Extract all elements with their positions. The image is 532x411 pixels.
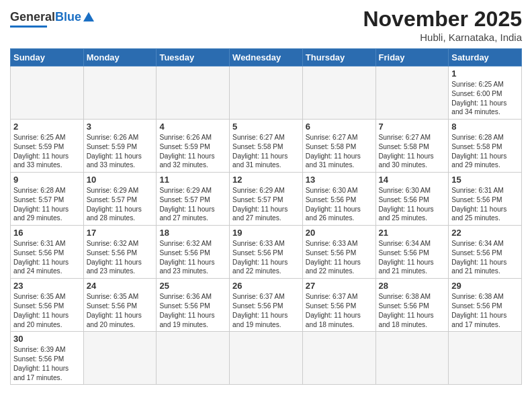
table-row: [11, 66, 84, 120]
day-number: 29: [451, 281, 519, 291]
day-number: 3: [87, 122, 154, 132]
day-number: 15: [451, 175, 519, 185]
day-number: 13: [306, 175, 373, 185]
day-number: 10: [87, 175, 154, 185]
day-info: Sunrise: 6:34 AMSunset: 5:56 PMDaylight:…: [451, 239, 519, 276]
day-number: 7: [379, 122, 446, 132]
table-row: 24Sunrise: 6:35 AMSunset: 5:56 PMDayligh…: [83, 279, 157, 332]
day-info: Sunrise: 6:33 AMSunset: 5:56 PMDaylight:…: [232, 239, 300, 276]
calendar-week-row: 2Sunrise: 6:25 AMSunset: 5:59 PMDaylight…: [11, 120, 522, 173]
table-row: [157, 332, 230, 385]
day-info: Sunrise: 6:32 AMSunset: 5:56 PMDaylight:…: [87, 239, 154, 276]
day-number: 25: [159, 281, 226, 291]
calendar-day-header: Saturday: [449, 49, 522, 66]
day-number: 19: [232, 228, 300, 238]
day-info: Sunrise: 6:33 AMSunset: 5:56 PMDaylight:…: [306, 239, 373, 276]
day-number: 27: [306, 281, 373, 291]
calendar-day-header: Monday: [83, 49, 157, 66]
day-info: Sunrise: 6:25 AMSunset: 6:00 PMDaylight:…: [451, 80, 519, 117]
calendar-week-row: 9Sunrise: 6:28 AMSunset: 5:57 PMDaylight…: [11, 173, 522, 226]
table-row: 8Sunrise: 6:28 AMSunset: 5:58 PMDaylight…: [449, 120, 522, 173]
table-row: [375, 332, 449, 385]
day-number: 30: [13, 334, 81, 344]
day-info: Sunrise: 6:37 AMSunset: 5:56 PMDaylight:…: [306, 292, 373, 329]
day-number: 16: [13, 228, 81, 238]
day-info: Sunrise: 6:26 AMSunset: 5:59 PMDaylight:…: [159, 133, 226, 170]
day-number: 18: [159, 228, 226, 238]
day-info: Sunrise: 6:30 AMSunset: 5:56 PMDaylight:…: [379, 186, 446, 223]
day-number: 4: [159, 122, 226, 132]
table-row: 5Sunrise: 6:27 AMSunset: 5:58 PMDaylight…: [230, 120, 303, 173]
day-info: Sunrise: 6:32 AMSunset: 5:56 PMDaylight:…: [159, 239, 226, 276]
table-row: 23Sunrise: 6:35 AMSunset: 5:56 PMDayligh…: [11, 279, 84, 332]
calendar-week-row: 30Sunrise: 6:39 AMSunset: 5:56 PMDayligh…: [11, 332, 522, 385]
table-row: 20Sunrise: 6:33 AMSunset: 5:56 PMDayligh…: [302, 226, 375, 279]
table-row: 12Sunrise: 6:29 AMSunset: 5:57 PMDayligh…: [230, 173, 303, 226]
table-row: 7Sunrise: 6:27 AMSunset: 5:58 PMDaylight…: [375, 120, 449, 173]
day-number: 23: [13, 281, 81, 291]
day-info: Sunrise: 6:29 AMSunset: 5:57 PMDaylight:…: [232, 186, 300, 223]
calendar: SundayMondayTuesdayWednesdayThursdayFrid…: [10, 48, 522, 385]
day-info: Sunrise: 6:38 AMSunset: 5:56 PMDaylight:…: [451, 292, 519, 329]
table-row: 27Sunrise: 6:37 AMSunset: 5:56 PMDayligh…: [302, 279, 375, 332]
day-info: Sunrise: 6:35 AMSunset: 5:56 PMDaylight:…: [87, 292, 154, 329]
day-info: Sunrise: 6:25 AMSunset: 5:59 PMDaylight:…: [13, 133, 81, 170]
day-number: 14: [379, 175, 446, 185]
day-number: 11: [159, 175, 226, 185]
table-row: [83, 332, 157, 385]
table-row: 21Sunrise: 6:34 AMSunset: 5:56 PMDayligh…: [375, 226, 449, 279]
day-info: Sunrise: 6:27 AMSunset: 5:58 PMDaylight:…: [379, 133, 446, 170]
day-number: 1: [451, 68, 519, 79]
table-row: 9Sunrise: 6:28 AMSunset: 5:57 PMDaylight…: [11, 173, 84, 226]
table-row: 2Sunrise: 6:25 AMSunset: 5:59 PMDaylight…: [11, 120, 84, 173]
day-info: Sunrise: 6:28 AMSunset: 5:57 PMDaylight:…: [13, 186, 81, 223]
logo-blue: Blue: [55, 10, 81, 24]
day-number: 2: [13, 122, 81, 132]
day-number: 5: [232, 122, 300, 132]
logo-line: [10, 26, 47, 28]
table-row: 3Sunrise: 6:26 AMSunset: 5:59 PMDaylight…: [83, 120, 157, 173]
table-row: 6Sunrise: 6:27 AMSunset: 5:58 PMDaylight…: [302, 120, 375, 173]
day-number: 8: [451, 122, 519, 132]
table-row: [302, 332, 375, 385]
logo-triangle-icon: [83, 12, 94, 21]
logo-text: General Blue: [10, 10, 94, 24]
day-info: Sunrise: 6:28 AMSunset: 5:58 PMDaylight:…: [451, 133, 519, 170]
header: General Blue November 2025 Hubli, Karnat…: [10, 7, 522, 43]
page: General Blue November 2025 Hubli, Karnat…: [0, 0, 532, 395]
day-info: Sunrise: 6:26 AMSunset: 5:59 PMDaylight:…: [87, 133, 154, 170]
table-row: [449, 332, 522, 385]
logo: General Blue: [10, 7, 94, 28]
day-info: Sunrise: 6:29 AMSunset: 5:57 PMDaylight:…: [87, 186, 154, 223]
day-number: 26: [232, 281, 300, 291]
calendar-header-row: SundayMondayTuesdayWednesdayThursdayFrid…: [11, 49, 522, 66]
day-info: Sunrise: 6:37 AMSunset: 5:56 PMDaylight:…: [232, 292, 300, 329]
day-info: Sunrise: 6:27 AMSunset: 5:58 PMDaylight:…: [306, 133, 373, 170]
day-info: Sunrise: 6:35 AMSunset: 5:56 PMDaylight:…: [13, 292, 81, 329]
day-number: 9: [13, 175, 81, 185]
day-info: Sunrise: 6:27 AMSunset: 5:58 PMDaylight:…: [232, 133, 300, 170]
table-row: 13Sunrise: 6:30 AMSunset: 5:56 PMDayligh…: [302, 173, 375, 226]
location-title: Hubli, Karnataka, India: [363, 32, 522, 43]
calendar-day-header: Thursday: [302, 49, 375, 66]
table-row: [230, 66, 303, 120]
day-info: Sunrise: 6:38 AMSunset: 5:56 PMDaylight:…: [379, 292, 446, 329]
calendar-day-header: Sunday: [11, 49, 84, 66]
table-row: [83, 66, 157, 120]
day-number: 28: [379, 281, 446, 291]
calendar-day-header: Tuesday: [157, 49, 230, 66]
day-info: Sunrise: 6:30 AMSunset: 5:56 PMDaylight:…: [306, 186, 373, 223]
day-info: Sunrise: 6:36 AMSunset: 5:56 PMDaylight:…: [159, 292, 226, 329]
table-row: 29Sunrise: 6:38 AMSunset: 5:56 PMDayligh…: [449, 279, 522, 332]
calendar-week-row: 16Sunrise: 6:31 AMSunset: 5:56 PMDayligh…: [11, 226, 522, 279]
calendar-day-header: Wednesday: [230, 49, 303, 66]
table-row: 26Sunrise: 6:37 AMSunset: 5:56 PMDayligh…: [230, 279, 303, 332]
day-number: 21: [379, 228, 446, 238]
table-row: 28Sunrise: 6:38 AMSunset: 5:56 PMDayligh…: [375, 279, 449, 332]
calendar-day-header: Friday: [375, 49, 449, 66]
table-row: 18Sunrise: 6:32 AMSunset: 5:56 PMDayligh…: [157, 226, 230, 279]
day-info: Sunrise: 6:31 AMSunset: 5:56 PMDaylight:…: [451, 186, 519, 223]
logo-general: General: [10, 10, 55, 24]
table-row: [157, 66, 230, 120]
title-block: November 2025 Hubli, Karnataka, India: [363, 7, 522, 43]
